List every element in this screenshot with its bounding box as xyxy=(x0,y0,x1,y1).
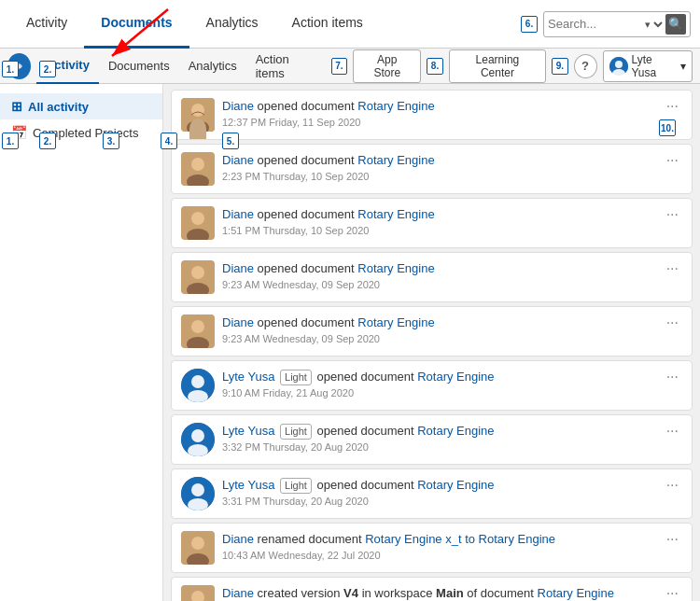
workspace-label: Main xyxy=(436,586,464,600)
search-input[interactable] xyxy=(548,17,641,31)
activity-item: Lyte Yusa Light opened document Rotary E… xyxy=(171,414,693,465)
activity-item: Diane created version V4 in workspace Ma… xyxy=(171,577,693,601)
activity-content: Diane opened document Rotary Engine 9:23… xyxy=(222,260,655,290)
activity-item-menu[interactable]: ··· xyxy=(663,314,682,331)
svg-point-31 xyxy=(191,537,204,550)
second-nav-right: 7. App Store 8. Learning Center 9. ? Lyt… xyxy=(331,49,700,83)
user-avatar xyxy=(609,57,628,76)
user-link-lyte[interactable]: Lyte Yusa xyxy=(222,424,274,438)
activity-item: Diane opened document Rotary Engine 9:23… xyxy=(171,306,693,356)
diane-avatar xyxy=(181,152,215,186)
doc-link[interactable]: Rotary Engine xyxy=(538,586,614,600)
activity-content: Diane opened document Rotary Engine 1:51… xyxy=(222,206,655,236)
lyte-avatar xyxy=(181,369,215,402)
second-nav-tab-documents[interactable]: Documents xyxy=(99,49,179,84)
svg-point-7 xyxy=(191,104,204,117)
top-nav-bar: 1. 2. Activity Documents Analytics Actio… xyxy=(0,0,700,49)
activity-content: Diane created version V4 in workspace Ma… xyxy=(222,585,655,601)
activity-item: Diane opened document Rotary Engine 9:23… xyxy=(171,252,693,302)
top-nav-tab-documents[interactable]: Documents xyxy=(84,0,189,49)
svg-point-22 xyxy=(191,375,204,388)
doc-link[interactable]: Rotary Engine xyxy=(357,261,434,275)
user-link-diane[interactable]: Diane xyxy=(222,532,254,546)
activity-feed[interactable]: Diane opened document Rotary Engine 12:3… xyxy=(163,84,700,601)
user-link-diane[interactable]: Diane xyxy=(222,261,254,275)
activity-content: Lyte Yusa Light opened document Rotary E… xyxy=(222,477,655,507)
activity-content: Diane renamed document Rotary Engine x_t… xyxy=(222,531,655,561)
doc-link[interactable]: Rotary Engine xyxy=(417,424,494,438)
user-link-diane[interactable]: Diane xyxy=(222,99,254,113)
diane-avatar xyxy=(181,585,215,601)
annotation-4: 4. xyxy=(161,133,177,149)
svg-point-25 xyxy=(191,429,204,442)
second-nav-tab-action-items[interactable]: Action items xyxy=(246,49,324,84)
doc-link[interactable]: Rotary Engine xyxy=(417,478,494,492)
doc-link[interactable]: Rotary Engine xyxy=(357,207,434,221)
app-store-button[interactable]: App Store xyxy=(353,49,421,83)
doc-link[interactable]: Rotary Engine xyxy=(357,153,434,167)
activity-item-menu[interactable]: ··· xyxy=(663,206,682,223)
top-nav-right: 6. ▾ 🔍 xyxy=(521,11,691,37)
user-link-lyte[interactable]: Lyte Yusa xyxy=(222,370,274,384)
doc-link[interactable]: Rotary Engine xyxy=(357,99,434,113)
user-link-diane[interactable]: Diane xyxy=(222,315,254,329)
activity-content: Lyte Yusa Light opened document Rotary E… xyxy=(222,423,655,453)
svg-point-28 xyxy=(191,483,204,496)
lyte-avatar xyxy=(181,423,215,456)
activity-item: Diane opened document Rotary Engine 1:51… xyxy=(171,198,693,248)
annotation-3: 3. xyxy=(103,133,119,149)
activity-item-menu[interactable]: ··· xyxy=(663,585,682,601)
user-menu-button[interactable]: Lyte Yusa ▾ xyxy=(603,50,693,82)
activity-item-menu[interactable]: ··· xyxy=(663,531,682,548)
search-button[interactable]: 🔍 xyxy=(665,14,686,35)
sidebar-item-completed-projects[interactable]: 📅 Completed Projects xyxy=(0,119,162,146)
second-nav-bar: 1. 2. Activity Documents Analytics Actio… xyxy=(0,49,700,84)
activity-item-menu[interactable]: ··· xyxy=(663,423,682,440)
top-nav-tab-analytics[interactable]: Analytics xyxy=(189,0,275,49)
light-badge: Light xyxy=(280,478,312,494)
activity-content: Diane opened document Rotary Engine 2:23… xyxy=(222,152,655,182)
annotation-9: 9. xyxy=(552,58,567,75)
doc-link[interactable]: Rotary Engine x_t to Rotary Engine xyxy=(365,532,555,546)
diane-avatar xyxy=(181,206,215,240)
activity-item-menu[interactable]: ··· xyxy=(663,369,682,385)
lyte-avatar xyxy=(181,477,215,510)
top-nav-tab-action-items[interactable]: Action items xyxy=(275,0,380,49)
doc-link[interactable]: Rotary Engine xyxy=(357,315,434,329)
activity-item-menu[interactable]: ··· xyxy=(663,152,682,169)
activity-item: Diane opened document Rotary Engine 12:3… xyxy=(171,90,693,140)
svg-point-10 xyxy=(191,158,204,171)
annotation-1b: 1. xyxy=(2,133,19,149)
annotation-1: 1. xyxy=(2,61,19,77)
annotation-5: 5. xyxy=(222,133,239,149)
diane-avatar xyxy=(181,531,215,565)
annotation-8: 8. xyxy=(427,58,442,75)
activity-item-menu[interactable]: ··· xyxy=(663,98,682,115)
main-content: ⊞ All activity 📅 Completed Projects ◀ 10… xyxy=(0,84,700,601)
diane-avatar xyxy=(181,314,215,348)
doc-link[interactable]: Rotary Engine xyxy=(417,370,494,384)
user-link-diane[interactable]: Diane xyxy=(222,153,254,167)
learning-center-button[interactable]: Learning Center xyxy=(449,49,547,83)
top-nav-tab-activity[interactable]: Activity xyxy=(9,0,84,49)
activity-item-menu[interactable]: ··· xyxy=(663,477,682,494)
annotation-6: 6. xyxy=(521,16,538,33)
search-box[interactable]: ▾ 🔍 xyxy=(543,11,691,37)
user-link-diane[interactable]: Diane xyxy=(222,207,254,221)
user-link-diane[interactable]: Diane xyxy=(222,586,254,600)
user-link-lyte[interactable]: Lyte Yusa xyxy=(222,478,274,492)
annotation-2: 2. xyxy=(39,61,56,77)
top-nav-tabs: Activity Documents Analytics Action item… xyxy=(9,0,521,49)
activity-item-menu[interactable]: ··· xyxy=(663,260,682,277)
version-label: V4 xyxy=(343,586,358,600)
activity-item: Diane renamed document Rotary Engine x_t… xyxy=(171,523,693,573)
activity-content: Lyte Yusa Light opened document Rotary E… xyxy=(222,369,655,398)
search-dropdown[interactable]: ▾ xyxy=(641,18,665,31)
second-nav-tab-analytics[interactable]: Analytics xyxy=(179,49,246,84)
activity-content: Diane opened document Rotary Engine 9:23… xyxy=(222,314,655,344)
annotation-2b: 2. xyxy=(39,133,56,149)
diane-avatar xyxy=(181,260,215,294)
annotation-10: 10. xyxy=(659,119,676,136)
sidebar-item-all-activity[interactable]: ⊞ All activity xyxy=(0,93,162,119)
help-button[interactable]: ? xyxy=(574,54,597,78)
